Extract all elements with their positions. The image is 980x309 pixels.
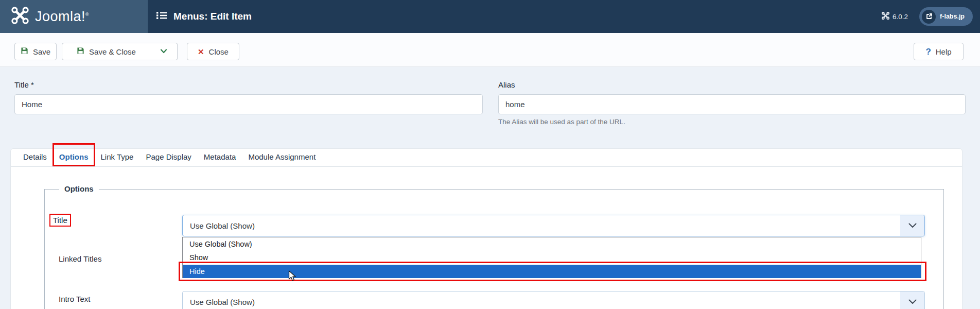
header-right: 6.0.2 f-labs.jp (882, 0, 973, 33)
tab-bar: Details Options Link Type Page Display M… (11, 149, 962, 167)
options-legend: Options (59, 184, 99, 193)
page-title: Menus: Edit Item (173, 11, 252, 22)
tab-module-assignment[interactable]: Module Assignment (248, 149, 316, 166)
version-indicator: 6.0.2 (882, 12, 908, 21)
alias-help-text: The Alias will be used as part of the UR… (498, 118, 625, 126)
tab-metadata[interactable]: Metadata (203, 149, 237, 166)
tab-details[interactable]: Details (23, 149, 47, 166)
title-select-dropdown: Use Global (Show) Show Hide (182, 237, 921, 278)
tab-options[interactable]: Options (59, 149, 89, 166)
tab-label: Details (23, 152, 47, 161)
close-label: Close (209, 47, 229, 56)
brand-block[interactable]: Joomla!® (0, 0, 148, 33)
tab-label: Module Assignment (248, 152, 316, 161)
title-field-label: Title * (14, 80, 34, 89)
chevron-down-icon (900, 291, 924, 309)
app-header: Joomla!® Menus: Edit Item (0, 0, 980, 33)
joomla-mini-icon (882, 12, 889, 21)
title-select[interactable]: Use Global (Show) (182, 215, 925, 236)
tab-link-type[interactable]: Link Type (100, 149, 134, 166)
alias-field-label: Alias (498, 80, 515, 89)
intro-text-select-value: Use Global (Show) (183, 298, 255, 306)
tab-page-display[interactable]: Page Display (145, 149, 191, 166)
brand-wordmark: Joomla!® (35, 9, 89, 25)
option-title-label: Title (49, 214, 71, 227)
menu-list-icon (156, 10, 167, 24)
close-button[interactable]: ✕ Close (187, 43, 239, 60)
title-input[interactable] (14, 94, 483, 114)
tab-label: Page Display (146, 152, 191, 161)
edit-item-card: Details Options Link Type Page Display M… (10, 148, 962, 309)
option-intro-text-label: Intro Text (59, 295, 90, 303)
registered-mark: ® (85, 12, 89, 17)
page-title-bar: Menus: Edit Item (156, 0, 252, 33)
chevron-down-icon (900, 215, 924, 236)
annotation-box-title-label: Title (49, 214, 71, 227)
external-link-icon (922, 10, 936, 24)
tab-label: Metadata (204, 152, 236, 161)
option-linked-titles-label: Linked Titles (59, 254, 101, 263)
save-close-button[interactable]: Save & Close (62, 43, 151, 60)
dropdown-option-use-global[interactable]: Use Global (Show) (183, 237, 921, 251)
tab-label: Link Type (101, 152, 134, 161)
dropdown-option-show[interactable]: Show (183, 251, 921, 264)
option-title-label-text: Title (53, 216, 67, 225)
site-name: f-labs.jp (940, 13, 965, 20)
title-select-value: Use Global (Show) (183, 221, 255, 230)
question-mark-icon: ? (925, 47, 931, 56)
joomla-logo-icon (11, 7, 29, 26)
version-text: 6.0.2 (892, 13, 908, 21)
save-options-toggle-button[interactable] (150, 43, 178, 60)
joomla-admin-page: Joomla!® Menus: Edit Item (0, 0, 980, 309)
save-label: Save (33, 47, 50, 56)
tab-label: Options (59, 152, 89, 161)
intro-text-select[interactable]: Use Global (Show) (182, 291, 925, 309)
toolbar: Save Save & Close ✕ Close ? (0, 33, 980, 67)
save-close-label: Save & Close (89, 47, 136, 56)
help-label: Help (936, 47, 952, 56)
save-icon (21, 47, 28, 56)
dropdown-option-hide[interactable]: Hide (183, 265, 921, 278)
close-icon: ✕ (198, 48, 204, 56)
help-button[interactable]: ? Help (914, 43, 964, 60)
options-fieldset: Options Title Use Global (Show) Use Glob… (44, 189, 944, 309)
save-button[interactable]: Save (14, 43, 57, 60)
chevron-down-icon (160, 47, 168, 56)
alias-input[interactable] (498, 94, 966, 114)
save-icon (77, 47, 84, 56)
preview-site-button[interactable]: f-labs.jp (919, 7, 973, 26)
